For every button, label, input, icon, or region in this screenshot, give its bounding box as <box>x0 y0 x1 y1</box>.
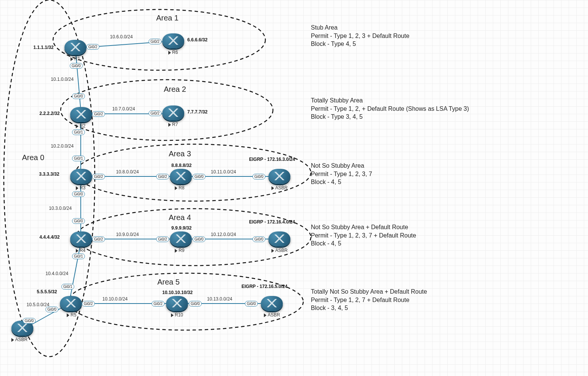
router-r3[interactable] <box>70 169 92 184</box>
area3-desc: Not So Stubby Area Permit - Type 1, 2, 3… <box>311 162 372 186</box>
area0-title: Area 0 <box>22 153 44 162</box>
router-r8[interactable] <box>170 169 192 184</box>
label-r8: R8 <box>175 185 184 190</box>
ip-r5: 5.5.5.5/32 <box>37 289 57 294</box>
port-r5-l: Gi0/0 <box>45 307 58 312</box>
port-r2-r: Gi0/2 <box>92 111 105 117</box>
ip-r3: 3.3.3.3/32 <box>39 171 59 177</box>
net-r3r8: 10.8.0.0/24 <box>116 169 139 175</box>
port-asbr3-l: Gi0/0 <box>252 174 265 179</box>
area3-title: Area 3 <box>169 149 191 158</box>
port-r1-d: Gi0/0 <box>70 63 83 69</box>
area4-title: Area 4 <box>169 213 191 222</box>
svg-line-0 <box>76 53 81 110</box>
router-asbr4[interactable] <box>268 231 290 247</box>
port-asbr4-l: Gi0/0 <box>252 236 265 242</box>
net-r4r5: 10.4.0.0/24 <box>45 271 68 276</box>
net-r1r6: 10.6.0.0/24 <box>110 34 133 39</box>
port-r5-u: Gi0/1 <box>61 284 74 289</box>
net-r5r10: 10.10.0.0/24 <box>102 296 128 302</box>
router-r5[interactable] <box>60 296 82 311</box>
label-asbr5: ASBR <box>264 312 280 318</box>
port-r3-r: Gi0/2 <box>92 174 105 179</box>
area5-desc: Totally Not So Stubby Area + Default Rou… <box>311 288 427 312</box>
label-asbr3: ASBR <box>271 185 288 190</box>
net-r4r9: 10.9.0.0/24 <box>116 232 139 237</box>
net-r10asbr5: 10.13.0.0/24 <box>207 296 232 302</box>
port-r1-r: Gi0/2 <box>86 44 99 50</box>
net-r1r2: 10.1.0.0/24 <box>51 77 74 82</box>
label-r1: R1 <box>71 56 80 61</box>
port-r2-u: Gi0/0 <box>72 93 85 99</box>
label-r7: R7 <box>168 122 178 127</box>
label-r2: R2 <box>76 123 85 129</box>
label-r10: R10 <box>171 312 183 318</box>
net-r2r3: 10.2.0.0/24 <box>51 143 74 149</box>
port-r9-l: Gi0/2 <box>156 236 169 242</box>
port-r4-r: Gi0/2 <box>92 236 105 242</box>
ip-r7: 7.7.7.7/32 <box>187 109 207 115</box>
ext-asbr5: EIGRP - 172.16.5.0/24 <box>241 284 287 289</box>
port-r4-d: Gi0/1 <box>72 253 85 259</box>
port-r6-l: Gi0/2 <box>149 39 162 44</box>
ip-r4: 4.4.4.4/32 <box>39 234 60 240</box>
router-r9[interactable] <box>170 231 192 247</box>
area1-title: Area 1 <box>156 14 179 22</box>
net-r5asbr0: 10.5.0.0/24 <box>27 302 49 307</box>
port-r3-d: Gi0/0 <box>72 191 85 197</box>
area2-desc: Totally Stubby Area Permit - Type 1, 2, … <box>311 96 469 121</box>
net-r2r7: 10.7.0.0/24 <box>112 106 135 112</box>
label-r5: R5 <box>67 312 76 318</box>
router-r4[interactable] <box>70 231 92 247</box>
topology-lines <box>0 0 588 376</box>
label-r3: R3 <box>76 185 85 190</box>
ip-r8: 8.8.8.8/32 <box>171 163 191 168</box>
ext-asbr3: EIGRP - 172.16.3.0/24 <box>249 157 295 162</box>
port-r4-u: Gi0/0 <box>72 218 85 224</box>
port-r7-l: Gi0/2 <box>149 110 162 116</box>
ip-r1: 1.1.1.1/32 <box>33 45 53 50</box>
label-asbr0: ASBR <box>11 337 28 342</box>
port-r10-l: Gi0/2 <box>152 301 165 307</box>
router-r6[interactable] <box>162 33 184 49</box>
port-asbr5-l: Gi0/0 <box>245 301 258 307</box>
port-r8-r: Gi0/0 <box>193 174 205 179</box>
port-r2-d: Gi0/1 <box>72 129 85 135</box>
router-r1[interactable] <box>64 40 86 55</box>
ip-r9: 9.9.9.9/32 <box>171 225 191 231</box>
port-r8-l: Gi0/2 <box>156 174 169 179</box>
router-r2[interactable] <box>70 107 92 122</box>
router-r7[interactable] <box>162 105 184 121</box>
port-r5-r: Gi0/2 <box>82 301 95 307</box>
area1-desc: Stub Area Permit - Type 1, 2, 3 + Defaul… <box>311 24 409 48</box>
net-r3r4: 10.3.0.0/24 <box>49 206 72 211</box>
router-asbr3[interactable] <box>268 169 290 184</box>
area5-title: Area 5 <box>157 278 180 286</box>
label-r6: R6 <box>168 50 178 55</box>
port-asbr0: Gi0/0 <box>23 318 36 324</box>
port-r10-r: Gi0/0 <box>189 301 202 307</box>
ip-r6: 6.6.6.6/32 <box>187 37 207 42</box>
ip-r10: 10.10.10.10/32 <box>162 290 193 295</box>
router-r10[interactable] <box>166 296 188 311</box>
area2-title: Area 2 <box>164 85 186 94</box>
area4-desc: Not So Stubby Area + Default Route Permi… <box>311 223 416 248</box>
router-asbr5[interactable] <box>261 296 283 311</box>
net-r9asbr4: 10.12.0.0/24 <box>211 232 236 237</box>
port-r3-u: Gi0/1 <box>72 156 85 161</box>
ext-asbr4: EIGRP - 172.16.4.0/24 <box>249 219 295 225</box>
net-r8asbr3: 10.11.0.0/24 <box>211 169 236 175</box>
label-r4: R4 <box>76 248 85 253</box>
label-r9: R9 <box>175 248 184 253</box>
port-r9-r: Gi0/0 <box>193 236 205 242</box>
label-asbr4: ASBR <box>271 248 288 253</box>
ip-r2: 2.2.2.2/32 <box>39 111 60 116</box>
